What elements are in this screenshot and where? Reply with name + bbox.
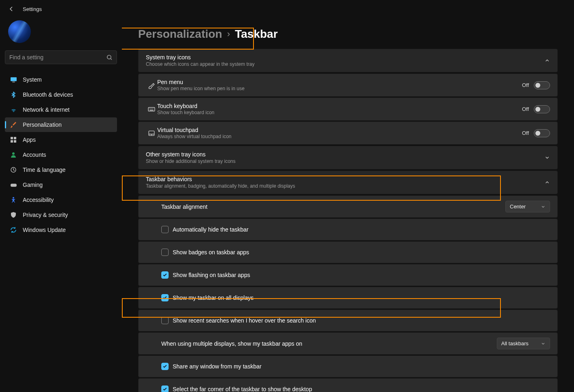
sidebar-item-accessibility[interactable]: Accessibility — [5, 193, 117, 207]
checkbox-label: Share any window from my taskbar — [169, 363, 550, 370]
gamepad-icon — [10, 181, 17, 188]
sidebar-item-label: Network & internet — [23, 106, 69, 113]
section-header-system-tray[interactable]: System tray icons Choose which icons can… — [139, 49, 557, 72]
checkbox[interactable] — [161, 226, 169, 233]
keyboard-icon — [146, 106, 157, 113]
sidebar-item-label: Accessibility — [23, 197, 54, 203]
row-check: Select the far corner of the taskbar to … — [138, 378, 558, 392]
section-header-behaviors[interactable]: Taskbar behaviors Taskbar alignment, bad… — [139, 171, 557, 194]
setting-label: Taskbar alignment — [161, 204, 505, 210]
alignment-dropdown[interactable]: Center — [505, 201, 550, 212]
bluetooth-icon — [10, 91, 17, 98]
monitor-icon — [10, 76, 17, 83]
sidebar-item-label: Accounts — [23, 152, 46, 158]
svg-point-7 — [12, 152, 15, 155]
row-check: Share any window from my taskbar — [138, 355, 558, 377]
search-input-wrap[interactable] — [5, 50, 117, 64]
setting-subtitle: Always show virtual touchpad icon — [157, 134, 522, 139]
chevron-right-icon: › — [222, 29, 235, 39]
checkbox-label: Show flashing on taskbar apps — [169, 272, 550, 278]
checkbox[interactable] — [161, 249, 169, 256]
sidebar-item-label: Personalization — [23, 121, 62, 128]
brush-icon — [10, 121, 17, 128]
wifi-icon — [10, 106, 17, 113]
svg-rect-5 — [11, 140, 13, 143]
row-alignment: Taskbar alignment Center — [138, 195, 558, 218]
checkbox[interactable] — [161, 271, 169, 279]
sidebar-item-apps[interactable]: Apps — [5, 132, 117, 147]
search-input[interactable] — [9, 54, 106, 61]
row-multdisp: When using multiple displays, show my ta… — [138, 332, 558, 355]
sidebar-item-label: Gaming — [23, 182, 43, 188]
setting-label: When using multiple displays, show my ta… — [161, 340, 497, 347]
sidebar-item-label: Privacy & security — [23, 212, 68, 218]
setting-title: Virtual touchpad — [157, 127, 522, 133]
sidebar-item-bluetooth[interactable]: Bluetooth & devices — [5, 87, 117, 102]
checkbox[interactable] — [161, 363, 169, 370]
toggle-state-label: Off — [522, 82, 534, 88]
accessibility-icon — [10, 196, 17, 204]
setting-title: Touch keyboard — [157, 103, 522, 109]
sidebar-item-personalization[interactable]: Personalization — [5, 117, 117, 132]
sidebar-item-network[interactable]: Network & internet — [5, 102, 117, 117]
breadcrumb: Personalization › Taskbar — [138, 18, 558, 49]
section-header-other-tray[interactable]: Other system tray icons Show or hide add… — [139, 146, 557, 169]
svg-rect-9 — [11, 184, 17, 186]
svg-point-0 — [107, 55, 111, 58]
sidebar-item-gaming[interactable]: Gaming — [5, 178, 117, 192]
sidebar-item-update[interactable]: Windows Update — [5, 223, 117, 237]
toggle-state-label: Off — [522, 130, 534, 136]
sidebar-item-label: Time & language — [23, 167, 65, 173]
section-system-tray: System tray icons Choose which icons can… — [138, 49, 558, 72]
section-subtitle: Show or hide additional system tray icon… — [146, 158, 544, 164]
checkbox-label: Show my taskbar on all displays — [169, 295, 550, 301]
breadcrumb-parent[interactable]: Personalization — [138, 28, 222, 41]
back-button[interactable] — [8, 6, 15, 12]
chevron-up-icon — [544, 180, 550, 185]
checkbox[interactable] — [161, 386, 169, 392]
row-check: Automatically hide the taskbar — [138, 219, 558, 240]
svg-rect-2 — [12, 81, 15, 82]
sidebar-item-label: Bluetooth & devices — [23, 91, 73, 98]
section-other-tray: Other system tray icons Show or hide add… — [138, 146, 558, 169]
svg-point-10 — [13, 197, 14, 199]
section-title: Other system tray icons — [146, 151, 544, 158]
row-check: Show flashing on taskbar apps — [138, 264, 558, 286]
main-content: Personalization › Taskbar System tray ic… — [122, 18, 574, 392]
touchpad-icon — [146, 130, 157, 137]
sidebar-item-time[interactable]: Time & language — [5, 162, 117, 177]
setting-row: Virtual touchpad Always show virtual tou… — [138, 121, 558, 145]
sync-icon — [10, 226, 17, 234]
app-title: Settings — [23, 6, 42, 12]
svg-rect-4 — [14, 137, 16, 139]
checkbox-label: Automatically hide the taskbar — [169, 226, 550, 233]
chevron-up-icon — [544, 58, 550, 63]
svg-rect-3 — [11, 137, 13, 139]
checkbox[interactable] — [161, 317, 169, 324]
toggle-switch[interactable] — [534, 105, 550, 113]
sidebar-item-system[interactable]: System — [5, 72, 117, 87]
section-title: System tray icons — [146, 54, 544, 61]
section-subtitle: Choose which icons can appear in the sys… — [146, 61, 544, 67]
toggle-switch[interactable] — [534, 129, 550, 137]
shield-icon — [10, 211, 17, 219]
sidebar-item-label: Apps — [23, 136, 36, 143]
person-icon — [10, 151, 17, 158]
row-check: Show my taskbar on all displays — [138, 287, 558, 309]
sidebar-item-accounts[interactable]: Accounts — [5, 147, 117, 162]
checkbox-label: Show recent searches when I hover over t… — [169, 317, 550, 324]
sidebar-item-privacy[interactable]: Privacy & security — [5, 208, 117, 222]
toggle-switch[interactable] — [534, 81, 550, 89]
setting-row: Pen menu Show pen menu icon when pen is … — [138, 74, 558, 97]
avatar[interactable] — [8, 20, 31, 43]
checkbox-label: Select the far corner of the taskbar to … — [169, 386, 550, 392]
checkbox[interactable] — [161, 294, 169, 301]
sidebar-item-label: System — [23, 76, 42, 83]
toggle-state-label: Off — [522, 106, 534, 112]
multidisplay-dropdown[interactable]: All taskbars — [497, 338, 550, 349]
row-check: Show recent searches when I hover over t… — [138, 310, 558, 331]
row-check: Show badges on taskbar apps — [138, 241, 558, 263]
sidebar-item-label: Windows Update — [23, 227, 66, 233]
setting-subtitle: Show touch keyboard icon — [157, 110, 522, 115]
svg-rect-11 — [148, 107, 155, 111]
